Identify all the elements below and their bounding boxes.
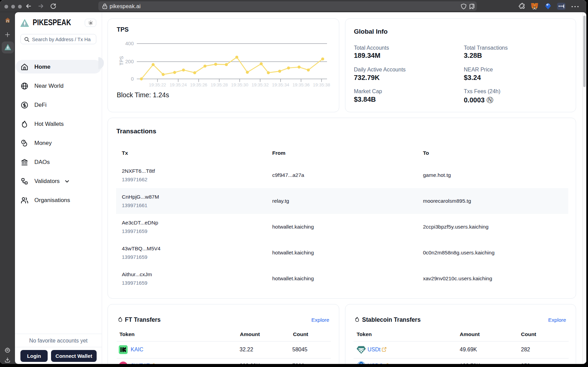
- svg-text:19:35:26: 19:35:26: [190, 82, 207, 87]
- svg-text:19:35:36: 19:35:36: [292, 82, 310, 87]
- svg-text:400: 400: [125, 40, 134, 46]
- svg-text:19:35:34: 19:35:34: [272, 82, 289, 87]
- svg-text:TPS: TPS: [119, 56, 124, 65]
- svg-text:19:35:38: 19:35:38: [313, 82, 330, 87]
- svg-text:19:35:24: 19:35:24: [169, 82, 187, 87]
- svg-text:0: 0: [131, 76, 134, 82]
- svg-text:19:35:28: 19:35:28: [211, 82, 228, 87]
- svg-text:19:35:22: 19:35:22: [149, 82, 166, 87]
- svg-text:200: 200: [125, 59, 134, 64]
- svg-text:19:35:30: 19:35:30: [231, 82, 248, 87]
- svg-text:19:35:32: 19:35:32: [251, 82, 269, 87]
